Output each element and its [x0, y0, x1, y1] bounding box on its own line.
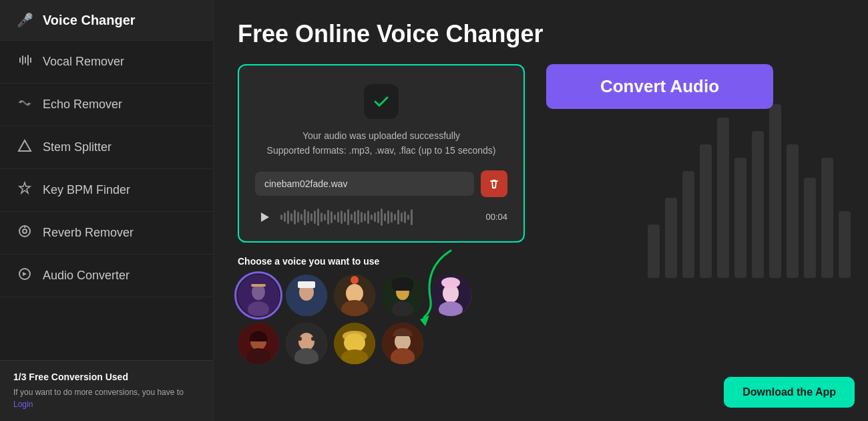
svg-rect-17: [298, 281, 315, 288]
key-bpm-icon: [16, 181, 33, 199]
sidebar-label-vocal-remover: Vocal Remover: [43, 55, 124, 69]
svg-point-7: [23, 229, 27, 233]
voice-avatar-3[interactable]: [334, 275, 375, 316]
file-name: cinebam02fade.wav: [255, 172, 474, 196]
waveform: [280, 208, 479, 227]
sidebar-item-voice-changer[interactable]: 🎤 Voice Changer: [0, 0, 213, 41]
audio-player: 00:04: [255, 208, 507, 227]
sidebar: 🎤 Voice Changer Vocal Remover Echo Remov…: [0, 0, 214, 421]
upload-success-text: Your audio was uploaded successfully Sup…: [255, 128, 507, 158]
sidebar-label-audio-converter: Audio Converter: [43, 269, 130, 283]
page-title: Free Online Voice Changer: [238, 20, 844, 48]
voice-avatar-6[interactable]: [238, 323, 279, 364]
success-icon: [364, 84, 399, 119]
svg-point-22: [351, 276, 359, 284]
sidebar-label-voice-changer: Voice Changer: [43, 13, 136, 28]
download-app-button[interactable]: Download the App: [724, 377, 855, 408]
svg-point-37: [311, 337, 315, 341]
login-link[interactable]: Login: [13, 400, 33, 409]
svg-rect-4: [30, 57, 31, 63]
conversion-count-title: 1/3 Free Conversion Used: [13, 372, 200, 382]
svg-marker-5: [19, 140, 31, 151]
sidebar-item-stem-splitter[interactable]: Stem Splitter: [0, 126, 213, 169]
audio-converter-icon: [16, 267, 33, 285]
main-content: Free Online Voice Changer Your audio was…: [214, 0, 868, 421]
convert-audio-button[interactable]: Convert Audio: [546, 64, 773, 109]
play-button[interactable]: [255, 208, 274, 227]
sidebar-item-audio-converter[interactable]: Audio Converter: [0, 255, 213, 297]
voice-avatar-5[interactable]: [430, 275, 471, 316]
voice-avatar-7[interactable]: [286, 323, 327, 364]
stem-splitter-icon: [16, 138, 33, 156]
mic-icon: 🎤: [16, 12, 33, 28]
sidebar-footer: 1/3 Free Conversion Used If you want to …: [0, 360, 213, 421]
svg-point-36: [298, 337, 302, 341]
file-row: cinebam02fade.wav: [255, 170, 507, 197]
voice-row-2: [238, 323, 525, 364]
svg-point-41: [343, 331, 367, 341]
sidebar-label-stem-splitter: Stem Splitter: [43, 140, 112, 154]
sidebar-label-echo-remover: Echo Remover: [43, 98, 122, 112]
svg-rect-0: [19, 57, 21, 63]
svg-marker-10: [261, 213, 269, 222]
svg-rect-2: [25, 57, 26, 63]
voice-avatar-1[interactable]: [238, 275, 279, 316]
svg-rect-14: [251, 284, 266, 287]
voice-grid: [238, 275, 525, 364]
sidebar-label-reverb-remover: Reverb Remover: [43, 226, 134, 240]
upload-box: Your audio was uploaded successfully Sup…: [238, 64, 525, 243]
delete-button[interactable]: [481, 170, 507, 197]
svg-point-34: [298, 333, 314, 350]
sidebar-label-key-bpm: Key BPM Finder: [43, 183, 130, 197]
voice-avatar-2[interactable]: [286, 275, 327, 316]
svg-point-20: [346, 284, 363, 303]
svg-rect-1: [22, 55, 23, 65]
voice-avatar-9[interactable]: [382, 323, 423, 364]
upload-section: Your audio was uploaded successfully Sup…: [238, 64, 525, 364]
sidebar-item-key-bpm[interactable]: Key BPM Finder: [0, 169, 213, 212]
svg-rect-3: [27, 55, 29, 65]
vocal-remover-icon: [16, 53, 33, 71]
sidebar-item-vocal-remover[interactable]: Vocal Remover: [0, 41, 213, 84]
audio-duration: 00:04: [485, 212, 507, 222]
right-panel: Convert Audio: [546, 64, 844, 122]
sidebar-item-reverb-remover[interactable]: Reverb Remover: [0, 212, 213, 255]
content-area: Your audio was uploaded successfully Sup…: [238, 64, 844, 364]
voice-row-1: [238, 275, 525, 316]
voice-avatar-4[interactable]: [382, 275, 423, 316]
sidebar-item-echo-remover[interactable]: Echo Remover: [0, 84, 213, 126]
bg-waveform-decoration: [648, 104, 851, 278]
echo-remover-icon: [16, 96, 33, 114]
voice-avatar-8[interactable]: [334, 323, 375, 364]
conversion-desc: If you want to do more conversions, you …: [13, 386, 200, 410]
voice-section: Choose a voice you want to use: [238, 256, 525, 364]
svg-point-29: [441, 277, 460, 288]
voice-section-title: Choose a voice you want to use: [238, 256, 525, 267]
reverb-icon: [16, 224, 33, 242]
